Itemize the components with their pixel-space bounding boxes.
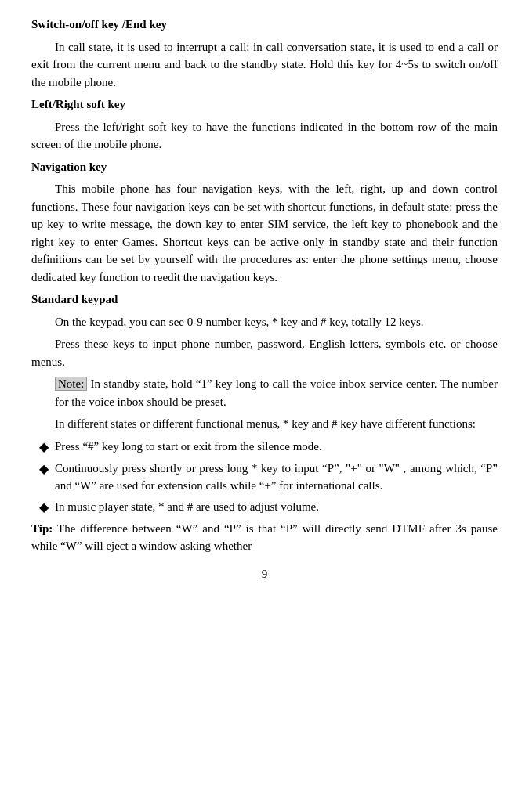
text-soft-key: Press the left/right soft key to have th… bbox=[31, 118, 498, 153]
page-content: Switch-on/off key /End key In call state… bbox=[31, 16, 498, 581]
bullet-text-1: Press “#” key long to start or exit from… bbox=[55, 438, 498, 456]
bullet-diamond-icon-2: ◆ bbox=[39, 460, 49, 478]
text-keypad-3: In different states or different functio… bbox=[31, 415, 498, 433]
note-text: In standby state, hold “1” key long to c… bbox=[55, 377, 498, 408]
bullet-section: ◆ Press “#” key long to start or exit fr… bbox=[31, 438, 498, 517]
heading-nav-key: Navigation key bbox=[31, 158, 498, 176]
bullet-item-2: ◆ Continuously press shortly or press lo… bbox=[31, 460, 498, 495]
page-number: 9 bbox=[31, 568, 498, 581]
heading-soft-key: Left/Right soft key bbox=[31, 96, 498, 114]
tip-paragraph: Tip: The difference between “W” and “P” … bbox=[31, 520, 498, 555]
note-label: Note: bbox=[55, 377, 87, 391]
bullet-diamond-icon-3: ◆ bbox=[39, 498, 49, 517]
tip-label: Tip: bbox=[31, 522, 53, 535]
bullet-text-2: Continuously press shortly or press long… bbox=[55, 460, 498, 495]
section-standard-keypad: Standard keypad On the keypad, you can s… bbox=[31, 291, 498, 433]
section-soft-key: Left/Right soft key Press the left/right… bbox=[31, 96, 498, 153]
text-keypad-2: Press these keys to input phone number, … bbox=[31, 335, 498, 370]
bullet-diamond-icon-1: ◆ bbox=[39, 438, 49, 457]
text-keypad-1: On the keypad, you can see 0-9 number ke… bbox=[31, 313, 498, 331]
text-nav-key: This mobile phone has four navigation ke… bbox=[31, 180, 498, 286]
section-nav-key: Navigation key This mobile phone has fou… bbox=[31, 158, 498, 287]
bullet-item-1: ◆ Press “#” key long to start or exit fr… bbox=[31, 438, 498, 457]
bullet-item-3: ◆ In music player state, * and # are use… bbox=[31, 498, 498, 517]
heading-switch-key: Switch-on/off key /End key bbox=[31, 16, 498, 34]
tip-text: The difference between “W” and “P” is th… bbox=[31, 522, 498, 553]
text-switch-key: In call state, it is used to interrupt a… bbox=[31, 38, 498, 92]
section-switch-key: Switch-on/off key /End key In call state… bbox=[31, 16, 498, 91]
bullet-text-3: In music player state, * and # are used … bbox=[55, 498, 498, 516]
note-paragraph: Note: In standby state, hold “1” key lon… bbox=[31, 375, 498, 410]
heading-standard-keypad: Standard keypad bbox=[31, 291, 498, 309]
